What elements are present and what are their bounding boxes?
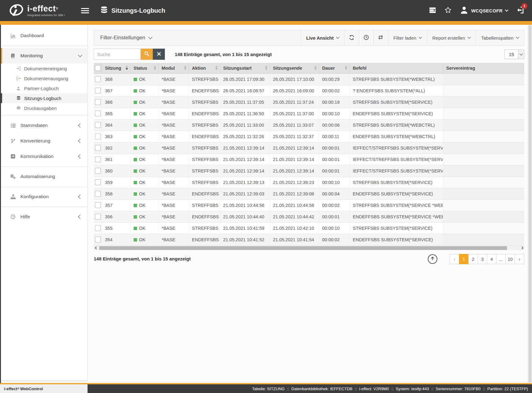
doc-out-icon (16, 76, 21, 81)
table-row[interactable]: 367OK*BASEENDEFFSBS26.05.2021 16:08:5726… (94, 85, 524, 96)
page-ellipsis[interactable]: ... (496, 254, 506, 264)
user-menu[interactable]: WCQSECOFR (460, 6, 508, 15)
page-prev-button[interactable]: ‹ (450, 254, 459, 264)
filter-settings-label: Filter-Einstellungen (100, 35, 145, 41)
scrollbar-thumb[interactable] (99, 246, 507, 250)
cell-sitzung: 360 (102, 165, 130, 177)
scroll-right-arrow-icon[interactable] (519, 246, 524, 250)
sort-icon[interactable] (345, 66, 347, 70)
table-row[interactable]: 362OK*BASESTREFFSBS21.05.2021 12:39:1421… (94, 142, 524, 154)
column-header-aktion[interactable]: Aktion (189, 63, 220, 73)
refresh-button[interactable] (344, 30, 359, 45)
page-button-1[interactable]: 1 (459, 254, 469, 264)
live-view-button[interactable]: Live Ansicht (301, 30, 344, 45)
favorites-star-icon[interactable] (444, 7, 452, 15)
sort-icon[interactable] (265, 66, 268, 70)
server-icon[interactable] (429, 7, 436, 15)
table-row[interactable]: 366OK*BASESTREFFSBS25.05.2021 11:37:0525… (94, 96, 524, 108)
report-create-button[interactable]: Report erstellen (427, 30, 476, 45)
user-icon (16, 86, 21, 90)
row-checkbox[interactable] (95, 133, 101, 139)
column-header-sitzung[interactable]: Sitzung (102, 63, 130, 73)
sidebar-item-dokumenteneingang[interactable]: Dokumenteneingang (1, 63, 87, 73)
table-row[interactable]: 364OK*BASESTREFFSBS25.05.2021 11:33:0025… (94, 119, 524, 131)
table-row[interactable]: 354OK*BASEENDEFFSBS21.05.2021 10:41:5221… (94, 234, 524, 245)
notification-badge[interactable]: 1 (521, 3, 527, 9)
column-header-status[interactable]: Status (130, 63, 158, 73)
sort-icon[interactable] (314, 66, 317, 70)
sidebar-item-dokumentenausgang[interactable]: Dokumentenausgang (1, 73, 87, 83)
page-size-select[interactable]: 15 (504, 50, 524, 59)
sidebar-item-dashboard[interactable]: Dashboard (1, 28, 87, 43)
cell-select (94, 96, 102, 108)
row-checkbox[interactable] (95, 179, 101, 185)
cell-aktion: ENDEFFSBS (189, 131, 220, 142)
row-checkbox[interactable] (95, 225, 101, 231)
page-button-4[interactable]: 4 (487, 254, 496, 264)
row-checkbox[interactable] (95, 88, 101, 94)
row-checkbox[interactable] (95, 122, 101, 128)
row-checkbox[interactable] (95, 214, 101, 220)
scroll-left-arrow-icon[interactable] (94, 246, 99, 250)
row-checkbox[interactable] (95, 191, 101, 197)
sort-icon[interactable] (126, 66, 128, 70)
row-checkbox[interactable] (95, 237, 101, 242)
table-row[interactable]: 357OK*BASESTREFFSBS21.05.2021 10:44:5621… (94, 199, 524, 211)
page-next-button[interactable]: › (515, 254, 524, 264)
sidebar-item-druckausgaben[interactable]: Druckausgaben (1, 103, 87, 113)
row-checkbox[interactable] (95, 168, 101, 174)
select-all-checkbox[interactable] (95, 65, 101, 71)
sort-icon[interactable] (215, 66, 218, 70)
row-checkbox[interactable] (95, 76, 101, 82)
cell-start: 25.05.2021 11:33:00 (220, 119, 270, 131)
sort-icon[interactable] (184, 66, 187, 70)
filter-load-button[interactable]: Filter laden (388, 30, 427, 45)
table-row[interactable]: 365OK*BASEENDEFFSBS25.05.2021 11:36:5025… (94, 108, 524, 119)
logout-button[interactable]: 1 (516, 6, 524, 15)
vertical-scrollbar[interactable] (528, 25, 532, 383)
auto-refresh-button[interactable] (359, 30, 373, 45)
transpose-button[interactable] (373, 30, 388, 45)
sidebar-item-partner-logbuch[interactable]: Partner-Logbuch (1, 83, 87, 93)
cell-start: 21.05.2021 10:44:40 (220, 211, 270, 222)
page-button-3[interactable]: 3 (478, 254, 487, 264)
page-button-10[interactable]: 10 (505, 254, 515, 264)
row-checkbox[interactable] (95, 111, 101, 116)
table-columns-button[interactable]: Tabellenspalten (476, 30, 524, 45)
page-button-2[interactable]: 2 (468, 254, 478, 264)
column-header-modul[interactable]: Modul (158, 63, 189, 73)
search-button[interactable] (141, 49, 153, 60)
clear-search-button[interactable] (153, 49, 165, 60)
menu-toggle-button[interactable] (81, 7, 89, 15)
column-header-start[interactable]: Sitzungsstart (220, 63, 270, 73)
sort-icon[interactable] (154, 66, 156, 70)
row-checkbox[interactable] (95, 99, 101, 105)
column-header-dauer[interactable]: Dauer (319, 63, 350, 73)
filter-settings-button[interactable]: Filter-Einstellungen (94, 30, 152, 45)
sidebar-item-sitzungs-logbuch[interactable]: Sitzungs-Logbuch (1, 93, 87, 103)
sidebar-item-konfiguration[interactable]: Konfiguration (1, 189, 87, 204)
table-row[interactable]: 358OK*BASEENDEFFSBS21.05.2021 12:39:0321… (94, 188, 524, 199)
row-checkbox[interactable] (95, 156, 101, 162)
search-input[interactable] (94, 49, 141, 60)
scroll-to-top-button[interactable] (428, 254, 437, 264)
app-logo[interactable]: i-effect® integrated solutions for IBM i (9, 3, 74, 18)
table-row[interactable]: 368OK*BASESTREFFSBS26.05.2021 17:09:3026… (94, 73, 524, 85)
table-row[interactable]: 359OK*BASESTREFFSBS21.05.2021 12:39:1321… (94, 177, 524, 188)
table-row[interactable]: 355OK*BASESTREFFSBS21.05.2021 10:41:5921… (94, 222, 524, 234)
sidebar-item-konvertierung[interactable]: Konvertierung (1, 133, 87, 149)
table-row[interactable]: 361OK*BASESTREFFSBS21.05.2021 12:39:1421… (94, 154, 524, 165)
column-header-ende[interactable]: Sitzungsende (270, 63, 319, 73)
sidebar-item-automatisierung[interactable]: Automatisierung (1, 169, 87, 184)
table-row[interactable]: 360OK*BASESTREFFSBS21.05.2021 12:39:1421… (94, 165, 524, 177)
sidebar-item-kommunikation[interactable]: Kommunikation (1, 149, 87, 164)
row-checkbox[interactable] (95, 145, 101, 151)
sidebar-item-hilfe[interactable]: ?Hilfe (1, 209, 87, 225)
sidebar-item-stammdaten[interactable]: Stammdaten (1, 118, 87, 133)
scrollbar-thumb[interactable] (529, 25, 531, 382)
row-checkbox[interactable] (95, 202, 101, 208)
sidebar-item-monitoring[interactable]: Monitoring (1, 48, 87, 63)
table-row[interactable]: 356OK*BASEENDEFFSBS21.05.2021 10:44:4021… (94, 211, 524, 222)
table-row[interactable]: 363OK*BASEENDEFFSBS25.05.2021 11:32:2625… (94, 131, 524, 142)
horizontal-scrollbar[interactable] (94, 246, 524, 250)
